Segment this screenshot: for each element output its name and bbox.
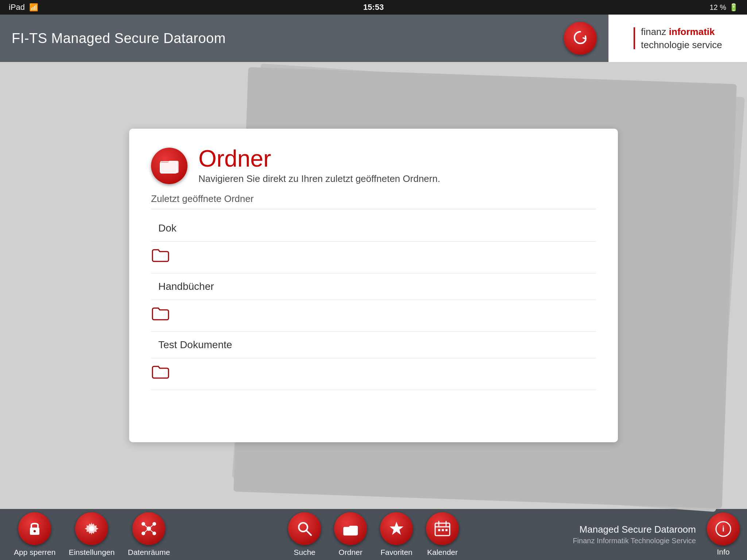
datenraume-icon-circle <box>132 512 165 545</box>
svg-line-12 <box>149 529 154 533</box>
svg-line-10 <box>149 524 154 529</box>
app-header: FI-TS Managed Secure Dataroom finanz inf… <box>0 15 747 62</box>
favoriten-label: Favoriten <box>380 548 413 557</box>
kalender-label: Kalender <box>427 548 458 557</box>
ordner-label: Ordner <box>338 548 362 557</box>
folder-item-handbucher[interactable]: Handbücher <box>151 273 596 300</box>
suche-label: Suche <box>294 548 316 557</box>
datenraume-label: Datenräume <box>128 548 170 557</box>
battery-icon: 🔋 <box>729 3 738 12</box>
app-title: FI-TS Managed Secure Dataroom <box>12 31 226 46</box>
info-button-wrapper[interactable]: i Info <box>707 513 740 556</box>
gear-icon <box>82 520 101 538</box>
svg-rect-21 <box>438 529 440 531</box>
star-icon <box>387 520 406 538</box>
status-left: iPad 📶 <box>9 3 38 12</box>
svg-rect-23 <box>445 529 448 531</box>
toolbar-right: Managed Secure Dataroom Finanz Informati… <box>496 513 740 556</box>
favoriten-icon-circle <box>380 512 413 545</box>
card-header: Ordner Navigieren Sie direkt zu Ihren zu… <box>151 147 596 184</box>
svg-line-11 <box>143 529 149 533</box>
lock-icon <box>26 520 44 538</box>
folder-item-testdokumente-content: Test Dokumente <box>155 339 232 351</box>
toolbar-app-sub: Finanz Informatik Technologie Service <box>573 537 696 545</box>
calendar-icon <box>433 520 452 538</box>
toolbar: App sperren Einstellungen <box>0 509 747 560</box>
folder-name-dok: Dok <box>158 222 177 234</box>
app-sperren-label: App sperren <box>14 548 55 557</box>
battery-label: 12 % <box>709 3 726 12</box>
refresh-button[interactable] <box>564 22 597 55</box>
suche-icon-circle <box>288 512 321 545</box>
ordner-card: Ordner Navigieren Sie direkt zu Ihren zu… <box>129 129 618 442</box>
kalender-icon-circle <box>426 512 459 545</box>
toolbar-left: App sperren Einstellungen <box>7 512 251 557</box>
device-label: iPad <box>9 3 25 12</box>
folder-toolbar-icon <box>341 520 360 538</box>
time-display: 15:53 <box>363 3 384 12</box>
folder-icon-testdokumente <box>151 362 170 381</box>
folder-item-dok[interactable]: Dok <box>151 215 596 242</box>
ordner-icon-circle-toolbar <box>334 512 367 545</box>
svg-rect-22 <box>442 529 444 531</box>
app-sperren-icon-circle <box>18 512 51 545</box>
toolbar-center: Suche Ordner Favoriten <box>251 512 495 557</box>
toolbar-app-name: Managed Secure Dataroom <box>573 524 696 535</box>
app-sperren-button[interactable]: App sperren <box>7 512 62 557</box>
kalender-button[interactable]: Kalender <box>419 512 465 557</box>
favoriten-button[interactable]: Favoriten <box>374 512 419 557</box>
svg-text:i: i <box>722 524 724 533</box>
svg-line-9 <box>143 524 149 529</box>
status-right: 12 % 🔋 <box>709 3 738 12</box>
einstellungen-button[interactable]: Einstellungen <box>62 512 121 557</box>
info-icon: i <box>714 520 732 538</box>
ordner-title: Ordner <box>198 147 440 170</box>
ordner-icon-circle <box>151 148 187 184</box>
ordner-subtitle: Navigieren Sie direkt zu Ihren zuletzt g… <box>198 173 440 184</box>
svg-marker-16 <box>390 522 403 535</box>
suche-button[interactable]: Suche <box>282 512 328 557</box>
folder-icon-handbucher-row[interactable] <box>151 300 596 332</box>
main-content: Ordner Navigieren Sie direkt zu Ihren zu… <box>0 62 747 509</box>
logo-text: finanz informatik technologie service <box>641 25 722 52</box>
section-label: Zuletzt geöffnete Ordner <box>151 193 596 209</box>
card-header-text: Ordner Navigieren Sie direkt zu Ihren zu… <box>198 147 440 184</box>
network-icon <box>140 520 158 538</box>
folder-icon-handbucher <box>151 304 170 323</box>
folder-item-testdokumente[interactable]: Test Dokumente <box>151 332 596 358</box>
folder-item-dok-content: Dok <box>155 222 177 234</box>
folder-name-testdokumente: Test Dokumente <box>158 339 232 351</box>
search-icon <box>295 520 314 538</box>
ordner-button[interactable]: Ordner <box>328 512 374 557</box>
folder-icon-testdokumente-row[interactable] <box>151 358 596 390</box>
logo-area: finanz informatik technologie service <box>608 15 747 62</box>
folder-icon-dok-row[interactable] <box>151 242 596 273</box>
einstellungen-label: Einstellungen <box>69 548 115 557</box>
wifi-icon: 📶 <box>29 3 38 12</box>
info-label: Info <box>717 548 729 556</box>
einstellungen-icon-circle <box>75 512 108 545</box>
info-button[interactable]: i <box>707 513 740 545</box>
status-bar: iPad 📶 15:53 12 % 🔋 <box>0 0 747 15</box>
folder-icon-dok <box>151 245 170 264</box>
toolbar-app-info: Managed Secure Dataroom Finanz Informati… <box>573 524 696 545</box>
folder-name-handbucher: Handbücher <box>158 281 214 292</box>
logo-bar <box>634 27 635 49</box>
svg-point-2 <box>34 530 36 532</box>
svg-line-14 <box>306 530 311 535</box>
folder-item-handbucher-content: Handbücher <box>155 281 214 292</box>
datenraume-button[interactable]: Datenräume <box>121 512 177 557</box>
header-left: FI-TS Managed Secure Dataroom <box>0 31 564 46</box>
